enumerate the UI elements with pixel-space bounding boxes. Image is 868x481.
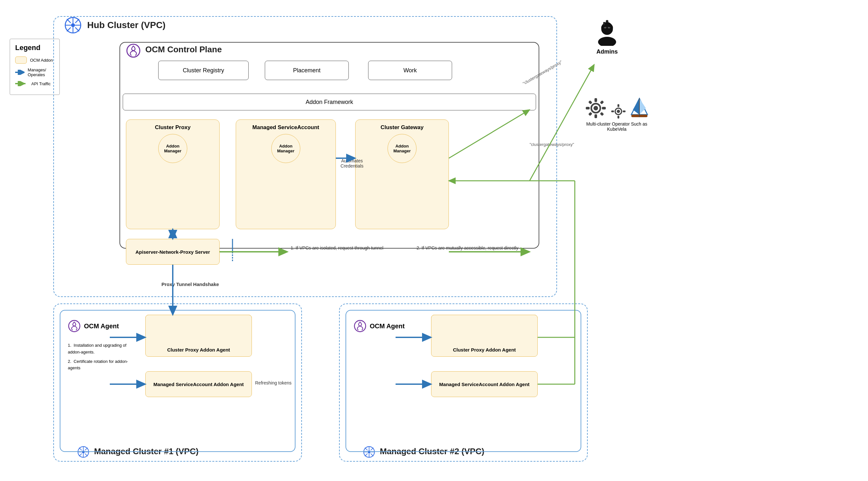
ocm-agent-2-header: OCM Agent: [353, 320, 405, 332]
svg-point-52: [617, 110, 620, 113]
cluster-proxy-addon-manager: Addon Manager: [158, 134, 187, 163]
svg-rect-47: [588, 100, 593, 105]
managed-sa-title: Managed ServiceAccount: [252, 124, 319, 131]
svg-point-36: [598, 37, 616, 46]
cluster-gateway-proxy-label-2: "clustergateways/proxy": [530, 142, 574, 147]
managed-sa-addon-manager: Addon Manager: [271, 134, 300, 163]
gear-small-icon: [610, 103, 626, 120]
svg-rect-46: [602, 107, 606, 109]
ocm-icon: [126, 43, 141, 61]
legend-box: Legend OCM Addon Manages/ Operates API T…: [10, 39, 60, 95]
svg-rect-56: [623, 110, 626, 113]
cluster-gateway-title: Cluster Gateway: [380, 124, 423, 131]
cluster-1-msa-agent-box: Managed ServiceAccount Addon Agent: [145, 371, 252, 397]
svg-rect-55: [611, 110, 614, 113]
svg-rect-44: [594, 114, 597, 118]
legend-green-arrow-icon: [15, 81, 28, 86]
cluster-gateway-addon-box: Cluster Gateway Addon Manager: [355, 120, 449, 229]
svg-line-11: [67, 27, 71, 31]
svg-rect-53: [617, 104, 619, 107]
diagram-container: Legend OCM Addon Manages/ Operates API T…: [0, 0, 868, 481]
legend-ocm-label: OCM Addon: [30, 58, 53, 63]
ocm-agent-1-label: OCM Agent: [84, 322, 119, 330]
legend-api-traffic: API Traffic: [15, 81, 54, 86]
svg-line-22: [79, 454, 82, 456]
admin-icon: [594, 20, 620, 46]
ocm-agent-2-label: OCM Agent: [370, 322, 405, 330]
hub-cluster-label: Hub Cluster (VPC): [87, 20, 166, 30]
svg-marker-59: [640, 98, 646, 115]
vpc-accessible-label: 2. If VPCs are mutually accessible, requ…: [416, 245, 518, 251]
svg-line-31: [371, 454, 373, 456]
managed-sa-addon-box: Managed ServiceAccount Addon Manager: [236, 120, 336, 229]
gear-icon: [585, 97, 607, 120]
svg-rect-49: [588, 112, 593, 116]
svg-rect-50: [600, 112, 604, 116]
operator-label: Multi-cluster Operator Such as KubeVela: [581, 121, 652, 132]
svg-rect-39: [603, 22, 605, 25]
svg-rect-45: [586, 107, 590, 109]
svg-rect-43: [594, 98, 597, 102]
operator-area: Multi-cluster Operator Such as KubeVela: [581, 97, 652, 132]
svg-point-42: [593, 106, 598, 110]
addon-framework-box: Addon Framework: [123, 94, 536, 110]
svg-line-10: [75, 19, 79, 23]
legend-ocm-addon: OCM Addon: [15, 57, 54, 64]
legend-blue-arrow-icon: [15, 70, 25, 75]
cluster-proxy-addon-box: Cluster Proxy Addon Manager: [126, 120, 220, 229]
legend-manages: Manages/ Operates: [15, 67, 54, 77]
cluster-registry-box: Cluster Registry: [158, 61, 249, 80]
legend-manages-label: Manages/ Operates: [28, 67, 54, 77]
svg-line-33: [365, 454, 368, 456]
ocm-agent-1-header: OCM Agent: [68, 320, 119, 332]
automates-credentials-label: Automates Credentials: [339, 158, 365, 168]
svg-marker-58: [633, 98, 640, 115]
cluster-1-proxy-addon-agent-box: Cluster Proxy Addon Agent: [145, 315, 252, 357]
k8s-icon-hub: [65, 17, 82, 37]
proxy-tunnel-label: Proxy Tunnel Handshake: [161, 282, 219, 287]
legend-title: Legend: [15, 43, 54, 52]
refreshing-tokens-label: Refreshing tokens: [255, 380, 291, 385]
proxy-server-box: Apiserver-Network-Proxy Server: [126, 239, 220, 265]
legend-ocm-box: [15, 57, 27, 64]
svg-point-40: [606, 20, 609, 23]
work-box: Work: [368, 61, 452, 80]
svg-line-20: [85, 454, 88, 456]
svg-line-9: [75, 27, 79, 31]
svg-rect-54: [617, 116, 619, 119]
svg-line-8: [67, 19, 71, 23]
cluster-proxy-title: Cluster Proxy: [155, 124, 191, 131]
svg-rect-48: [600, 100, 604, 105]
svg-point-3: [71, 23, 75, 27]
ocm-cp-title: OCM Control Plane: [145, 44, 222, 55]
sailboat-icon: [630, 97, 649, 120]
vpc-isolated-label: 1. If VPCs are isolated, request through…: [290, 245, 383, 251]
admins-area: Admins: [594, 20, 620, 55]
placement-box: Placement: [265, 61, 349, 80]
cluster-2-proxy-addon-agent-box: Cluster Proxy Addon Agent: [431, 315, 538, 357]
admins-label: Admins: [596, 49, 618, 55]
cluster-1-description: 1. Installation and upgrading of addon-a…: [68, 342, 132, 372]
cluster-gateway-addon-manager: Addon Manager: [388, 134, 416, 163]
cluster-2-msa-agent-box: Managed ServiceAccount Addon Agent: [431, 371, 538, 397]
legend-api-label: API Traffic: [31, 82, 51, 86]
